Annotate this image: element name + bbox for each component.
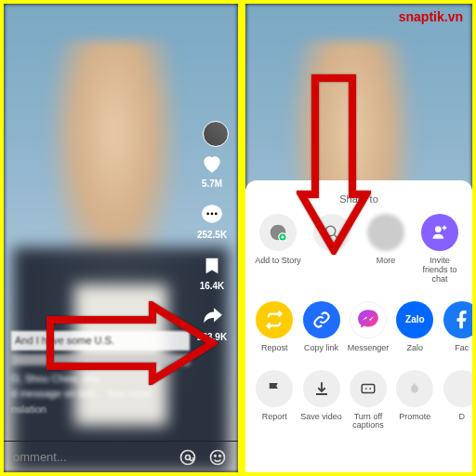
tutorial-arrow: [41, 301, 218, 389]
share-row-actions: Report Save video Turn off captions Prom…: [251, 370, 467, 431]
feed-panel: 5.7M 252.5K 16.4K 223.9K And I have some…: [4, 4, 238, 472]
label: Report: [262, 413, 287, 422]
heart-icon: [199, 151, 225, 177]
zalo-button[interactable]: ZaloZalo: [391, 301, 438, 353]
svg-point-7: [215, 455, 217, 456]
mention-icon[interactable]: [177, 446, 199, 469]
captions-button[interactable]: Turn off captions: [345, 370, 391, 431]
svg-point-2: [211, 213, 214, 216]
label: Copy link: [304, 344, 338, 353]
save-button[interactable]: 16.4K: [199, 253, 225, 291]
emoji-icon[interactable]: [206, 446, 229, 469]
label: Invite friends to chat: [416, 257, 463, 284]
more-icon: [443, 370, 472, 407]
invite-icon: [421, 214, 458, 251]
avatar[interactable]: [203, 121, 229, 147]
comment-input[interactable]: omment...: [13, 450, 169, 464]
report-button[interactable]: Report: [251, 370, 298, 431]
label: More: [377, 257, 396, 266]
bookmark-icon: [199, 253, 225, 279]
label: Messenger: [348, 344, 390, 353]
share-panel: snaptik.vn Share to Add to Story More In…: [245, 4, 472, 472]
more-action-button[interactable]: D: [439, 370, 472, 431]
link-icon: [303, 301, 340, 338]
like-button[interactable]: 5.7M: [199, 151, 225, 189]
label: Zalo: [407, 344, 424, 353]
label: Turn off captions: [345, 413, 391, 431]
facebook-button[interactable]: Fac: [439, 301, 472, 353]
label: Save video: [300, 413, 342, 422]
captions-icon: [350, 370, 387, 407]
promote-button[interactable]: Promote: [391, 370, 438, 431]
messenger-icon: [350, 301, 387, 338]
svg-point-3: [215, 213, 218, 216]
zalo-icon: Zalo: [396, 301, 433, 338]
copy-link-button[interactable]: Copy link: [298, 301, 345, 353]
comment-icon: [199, 202, 225, 228]
like-count: 5.7M: [202, 178, 222, 189]
repost-button[interactable]: Repost: [251, 301, 298, 353]
svg-point-6: [211, 450, 225, 464]
download-icon: [303, 370, 340, 407]
label: Repost: [261, 344, 288, 353]
flag-icon: [256, 370, 293, 407]
svg-rect-14: [362, 384, 375, 392]
story-icon: [259, 214, 297, 251]
label: Add to Story: [255, 257, 301, 266]
svg-point-12: [435, 226, 442, 232]
save-count: 16.4K: [200, 281, 225, 291]
tutorial-arrow: [297, 69, 371, 258]
flame-icon: [396, 370, 433, 407]
share-row-apps: Repost Copy link Messenger ZaloZalo Fac: [251, 301, 467, 353]
label: D: [459, 413, 466, 422]
facebook-icon: [443, 301, 472, 338]
svg-point-8: [219, 455, 221, 456]
more-icon: [367, 214, 404, 251]
translate-link[interactable]: nslation: [11, 402, 190, 417]
save-video-button[interactable]: Save video: [298, 370, 345, 431]
watermark: snaptik.vn: [399, 9, 463, 24]
svg-point-1: [206, 213, 209, 216]
add-story-button[interactable]: Add to Story: [255, 214, 301, 284]
label: Fac: [455, 344, 469, 353]
invite-button[interactable]: Invite friends to chat: [416, 214, 463, 284]
comment-button[interactable]: 252.5K: [197, 202, 227, 240]
label: Promote: [399, 413, 430, 422]
repost-icon: [256, 301, 293, 338]
comment-bar: omment...: [4, 441, 238, 472]
messenger-button[interactable]: Messenger: [345, 301, 391, 353]
comment-count: 252.5K: [197, 230, 227, 240]
